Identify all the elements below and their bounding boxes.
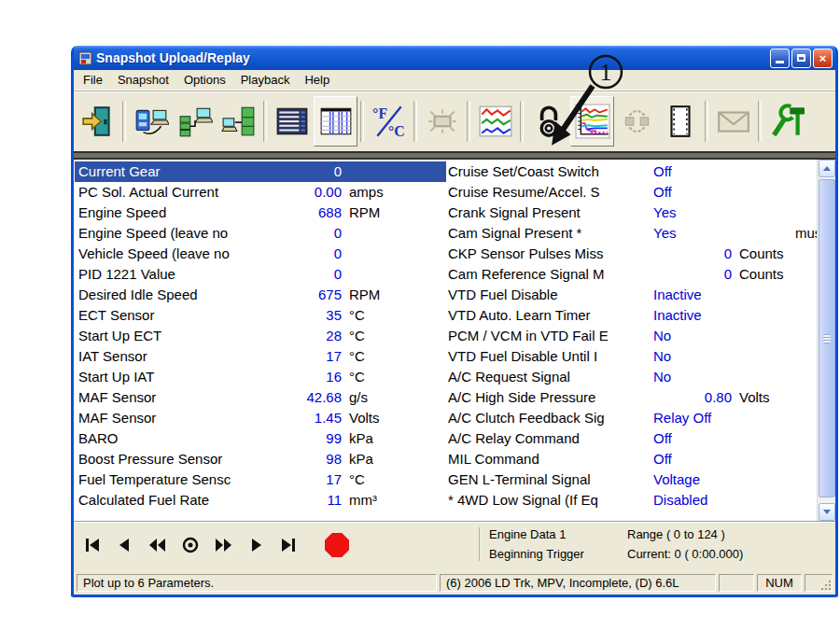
playback-bar: Engine Data 1 Range ( 0 to 124 ) Beginni… xyxy=(74,521,835,570)
upload-from-device-button[interactable] xyxy=(129,96,173,147)
param-row[interactable]: Fuel Temperature Sensc17°C xyxy=(75,469,446,490)
param-row[interactable]: A/C Clutch Feedback SigRelay Off xyxy=(446,408,817,428)
param-row[interactable]: Engine Speed688RPM xyxy=(75,203,446,223)
param-value: Off xyxy=(653,449,732,469)
param-unit xyxy=(732,285,739,305)
menu-item-file[interactable]: File xyxy=(76,71,110,89)
param-unit: °C xyxy=(342,469,365,490)
param-row[interactable]: MAF Sensor1.45Volts xyxy=(75,408,446,428)
tools-button[interactable] xyxy=(764,96,808,147)
email-icon xyxy=(716,104,751,139)
param-name: Engine Speed xyxy=(75,203,273,223)
param-row[interactable]: Engine Speed (leave no0 xyxy=(75,223,446,244)
param-row[interactable]: BARO99kPa xyxy=(75,428,446,449)
record-button[interactable] xyxy=(181,535,200,555)
param-row[interactable]: Vehicle Speed (leave no0 xyxy=(75,244,446,264)
param-value: 0.00 xyxy=(273,182,342,203)
param-row[interactable]: PC Sol. Actual Current0.00amps xyxy=(75,182,446,203)
skip-to-end-button[interactable] xyxy=(279,535,298,555)
chevron-up-icon xyxy=(823,166,831,171)
stop-icon xyxy=(325,533,349,557)
menu-item-snapshot[interactable]: Snapshot xyxy=(110,71,176,89)
param-row[interactable]: * 4WD Low Signal (If EqDisabled xyxy=(446,490,817,511)
param-row[interactable]: Boost Pressure Sensor98kPa xyxy=(75,449,446,469)
param-row[interactable]: A/C High Side Pressure0.80Volts xyxy=(446,387,817,408)
param-value: Yes xyxy=(653,223,732,244)
param-name: Current Gear xyxy=(75,161,273,182)
param-name: Engine Speed (leave no xyxy=(75,223,273,244)
param-row[interactable]: PID 1221 Value0 xyxy=(75,264,446,285)
param-row[interactable]: Crank Signal PresentYes xyxy=(446,203,817,223)
param-value: Off xyxy=(653,428,732,449)
parameter-table: Current Gear0PC Sol. Actual Current0.00a… xyxy=(74,160,835,521)
maximize-button[interactable] xyxy=(791,49,811,68)
filmstrip-button[interactable] xyxy=(658,96,702,147)
lock-button[interactable] xyxy=(526,96,570,147)
param-value: 0 xyxy=(273,223,342,244)
menu-item-help[interactable]: Help xyxy=(297,71,337,89)
param-name: A/C High Side Pressure xyxy=(446,387,653,408)
param-name: VTD Fuel Disable Until I xyxy=(446,346,653,367)
param-row[interactable]: Cam Reference Signal M0Counts xyxy=(446,264,817,285)
param-row[interactable]: Cam Signal Present *Yesmus xyxy=(446,223,817,244)
param-row[interactable]: A/C Request SignalNo xyxy=(446,367,817,387)
param-row[interactable]: MAF Sensor42.68g/s xyxy=(75,387,446,408)
scroll-up-button[interactable] xyxy=(819,160,835,177)
param-unit xyxy=(732,182,739,203)
scroll-down-button[interactable] xyxy=(819,503,835,521)
plot-parameters-button[interactable] xyxy=(570,96,614,147)
menu-item-options[interactable]: Options xyxy=(176,71,233,89)
param-row[interactable]: VTD Fuel Disable Until INo xyxy=(446,346,817,367)
record-icon xyxy=(181,536,200,554)
param-row[interactable]: ECT Sensor35°C xyxy=(75,305,446,326)
param-value: 28 xyxy=(273,326,342,346)
playback-range: Range ( 0 to 124 ) xyxy=(627,527,743,541)
resize-grip[interactable] xyxy=(829,588,831,590)
temperature-units-button[interactable]: °F °C xyxy=(367,96,411,147)
step-back-button[interactable] xyxy=(116,535,134,555)
param-value: 35 xyxy=(273,305,342,326)
menu-item-playback[interactable]: Playback xyxy=(233,71,298,89)
title-bar[interactable]: Snapshot Upload/Replay × xyxy=(74,46,835,70)
param-row[interactable]: GEN L-Terminal SignalVoltage xyxy=(446,469,817,490)
param-row[interactable]: Desired Idle Speed675RPM xyxy=(75,285,446,305)
grid-view-button[interactable] xyxy=(314,96,357,147)
param-row[interactable]: PCM / VCM in VTD Fail ENo xyxy=(446,326,817,346)
skip-to-start-icon xyxy=(83,536,102,554)
list-view-button[interactable] xyxy=(270,96,314,147)
exit-button[interactable] xyxy=(76,96,119,147)
minimize-button[interactable] xyxy=(770,49,790,68)
step-forward-button[interactable] xyxy=(246,535,265,555)
param-row[interactable]: Cruise Set/Coast SwitchOff xyxy=(446,161,817,182)
param-unit: kPa xyxy=(342,428,373,449)
scrollbar-thumb[interactable] xyxy=(819,179,835,497)
line-chart-button[interactable] xyxy=(473,96,517,147)
param-unit xyxy=(342,223,349,244)
param-row[interactable]: VTD Auto. Learn TimerInactive xyxy=(446,305,817,326)
param-row[interactable]: A/C Relay CommandOff xyxy=(446,428,817,449)
param-row[interactable]: Cruise Resume/Accel. SOff xyxy=(446,182,817,203)
skip-to-start-button[interactable] xyxy=(83,535,102,555)
param-row[interactable]: CKP Sensor Pulses Miss0Counts xyxy=(446,244,817,264)
vertical-scrollbar[interactable] xyxy=(817,160,835,521)
transfer-modules-button[interactable] xyxy=(173,96,217,147)
param-unit xyxy=(732,428,739,449)
download-to-cabinet-button[interactable] xyxy=(217,96,260,147)
exit-icon xyxy=(80,104,116,139)
param-row[interactable]: Calculated Fuel Rate11mm³ xyxy=(75,490,446,511)
param-row[interactable]: Start Up ECT28°C xyxy=(75,326,446,346)
close-button[interactable]: × xyxy=(813,49,833,68)
param-row[interactable]: IAT Sensor17°C xyxy=(75,346,446,367)
param-row[interactable]: VTD Fuel DisableInactive xyxy=(446,285,817,305)
rewind-button[interactable] xyxy=(148,535,167,555)
plot-parameters-icon xyxy=(575,104,610,139)
param-unit: mm³ xyxy=(342,490,377,511)
param-row[interactable]: Current Gear0 xyxy=(75,161,446,182)
param-row[interactable]: MIL CommandOff xyxy=(446,449,817,469)
stop-button[interactable] xyxy=(312,535,349,555)
param-value: Off xyxy=(653,182,732,203)
param-name: Cruise Resume/Accel. S xyxy=(446,182,653,203)
fast-forward-button[interactable] xyxy=(214,535,232,555)
param-name: GEN L-Terminal Signal xyxy=(446,469,653,490)
param-row[interactable]: Start Up IAT16°C xyxy=(75,367,446,387)
